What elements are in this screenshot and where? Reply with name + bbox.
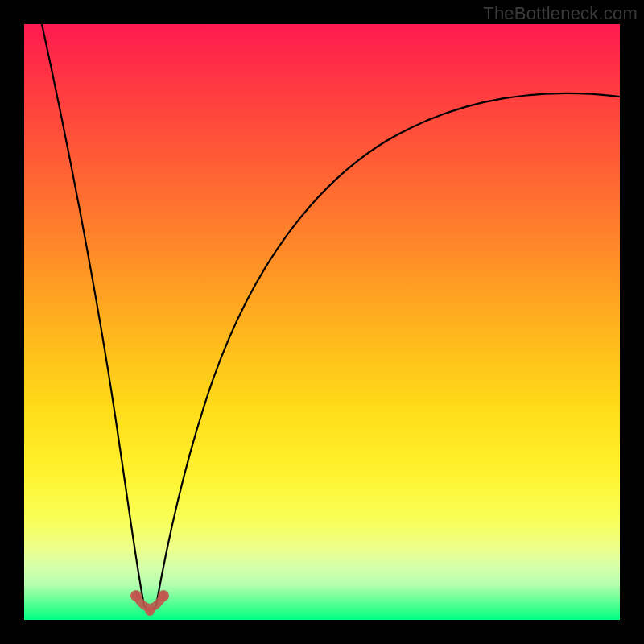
watermark-text: TheBottleneck.com	[483, 3, 638, 24]
curve-left-branch	[42, 24, 144, 605]
optimum-marker-dot-bottom	[145, 606, 155, 616]
curve-right-branch	[156, 93, 620, 605]
chart-plot-area	[24, 24, 620, 620]
bottleneck-curve	[24, 24, 620, 620]
optimum-marker-dot-left	[130, 590, 142, 601]
optimum-marker-dot-right	[158, 590, 169, 601]
